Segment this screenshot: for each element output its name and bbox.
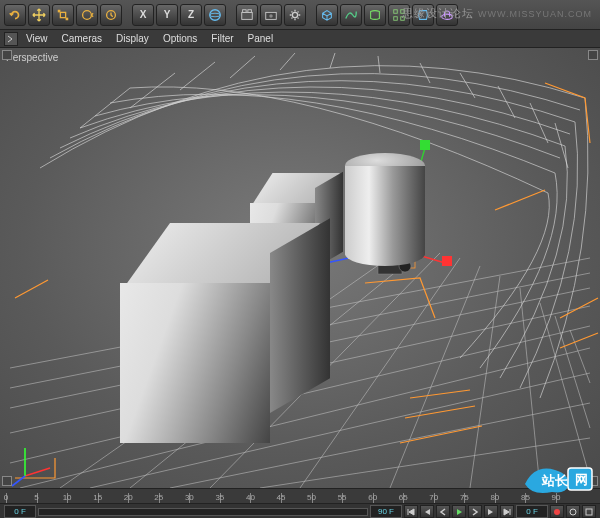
svg-line-18 bbox=[25, 468, 50, 476]
prev-key-button[interactable] bbox=[420, 505, 434, 518]
goto-start-button[interactable] bbox=[404, 505, 418, 518]
tick-label: 0 bbox=[4, 493, 8, 502]
keyframe-options[interactable] bbox=[582, 505, 596, 518]
timeline: 051015202530354045505560657075808590 0 F… bbox=[0, 488, 600, 518]
svg-text:站长: 站长 bbox=[541, 473, 569, 488]
goto-end-button[interactable] bbox=[500, 505, 514, 518]
tick-label: 60 bbox=[368, 493, 377, 502]
autokey-button[interactable] bbox=[566, 505, 580, 518]
x-axis-lock[interactable]: X bbox=[132, 4, 154, 26]
menu-display[interactable]: Display bbox=[110, 31, 155, 46]
viewport-menubar: View Cameras Display Options Filter Pane… bbox=[0, 30, 600, 48]
perspective-viewport[interactable]: Perspective bbox=[0, 48, 600, 488]
svg-point-3 bbox=[83, 10, 92, 19]
tick-label: 50 bbox=[307, 493, 316, 502]
cylinder-primitive bbox=[345, 153, 425, 273]
start-frame-input[interactable]: 0 F bbox=[4, 505, 36, 518]
rotate-tool[interactable] bbox=[76, 4, 98, 26]
svg-line-20 bbox=[12, 476, 25, 486]
watermark: 思缘设计论坛 WWW.MISSYUAN.COM bbox=[402, 6, 592, 21]
tick-label: 45 bbox=[277, 493, 286, 502]
tick-label: 75 bbox=[460, 493, 469, 502]
menu-options[interactable]: Options bbox=[157, 31, 203, 46]
svg-point-11 bbox=[269, 14, 273, 18]
tick-label: 15 bbox=[93, 493, 102, 502]
svg-rect-24 bbox=[420, 140, 430, 150]
tick-label: 10 bbox=[63, 493, 72, 502]
next-frame-button[interactable] bbox=[468, 505, 482, 518]
tick-label: 35 bbox=[215, 493, 224, 502]
record-button[interactable] bbox=[550, 505, 564, 518]
tick-label: 70 bbox=[429, 493, 438, 502]
y-axis-lock[interactable]: Y bbox=[156, 4, 178, 26]
svg-rect-26 bbox=[442, 256, 452, 266]
viewport-handle-tr[interactable] bbox=[588, 50, 598, 60]
end-frame-input[interactable]: 90 F bbox=[370, 505, 402, 518]
svg-point-31 bbox=[554, 509, 560, 515]
viewport-label: Perspective bbox=[6, 52, 58, 63]
add-nurbs[interactable] bbox=[364, 4, 386, 26]
render-settings[interactable] bbox=[284, 4, 306, 26]
recent-tool[interactable] bbox=[100, 4, 122, 26]
scale-tool[interactable] bbox=[52, 4, 74, 26]
move-tool[interactable] bbox=[28, 4, 50, 26]
svg-rect-8 bbox=[243, 9, 247, 12]
render-region[interactable] bbox=[260, 4, 282, 26]
tick-label: 40 bbox=[246, 493, 255, 502]
coord-system[interactable] bbox=[204, 4, 226, 26]
svg-point-12 bbox=[292, 12, 297, 17]
svg-rect-9 bbox=[248, 9, 252, 12]
render-view[interactable] bbox=[236, 4, 258, 26]
svg-rect-7 bbox=[242, 12, 253, 19]
menu-cameras[interactable]: Cameras bbox=[56, 31, 109, 46]
viewport-handle-bl[interactable] bbox=[2, 476, 12, 486]
scene-3d bbox=[0, 48, 600, 488]
current-frame-input[interactable]: 0 F bbox=[516, 505, 548, 518]
svg-rect-1 bbox=[58, 9, 61, 12]
svg-text:网: 网 bbox=[575, 472, 588, 487]
timeline-ruler[interactable]: 051015202530354045505560657075808590 bbox=[0, 489, 600, 504]
z-axis-lock[interactable]: Z bbox=[180, 4, 202, 26]
timeline-slider[interactable] bbox=[38, 508, 368, 516]
tick-label: 55 bbox=[338, 493, 347, 502]
viewport-handle-tl[interactable] bbox=[2, 50, 12, 60]
tick-label: 30 bbox=[185, 493, 194, 502]
play-button[interactable] bbox=[452, 505, 466, 518]
menu-filter[interactable]: Filter bbox=[205, 31, 239, 46]
cube-primitive-large bbox=[120, 223, 320, 443]
tick-label: 25 bbox=[154, 493, 163, 502]
prev-frame-button[interactable] bbox=[436, 505, 450, 518]
svg-rect-33 bbox=[586, 509, 592, 515]
main-toolbar: X Y Z 思缘设计论坛 WWW.MISSYUAN.COM bbox=[0, 0, 600, 30]
svg-point-6 bbox=[210, 13, 221, 17]
tick-label: 5 bbox=[34, 493, 38, 502]
next-key-button[interactable] bbox=[484, 505, 498, 518]
tick-label: 20 bbox=[124, 493, 133, 502]
undo-tool[interactable] bbox=[4, 4, 26, 26]
svg-rect-13 bbox=[394, 9, 398, 13]
menu-collapse-icon[interactable] bbox=[4, 32, 18, 46]
add-primitive[interactable] bbox=[316, 4, 338, 26]
tick-label: 65 bbox=[399, 493, 408, 502]
tick-label: 80 bbox=[490, 493, 499, 502]
menu-panel[interactable]: Panel bbox=[242, 31, 280, 46]
svg-point-5 bbox=[210, 9, 221, 20]
menu-view[interactable]: View bbox=[20, 31, 54, 46]
svg-rect-2 bbox=[66, 17, 69, 20]
svg-point-32 bbox=[570, 509, 576, 515]
add-spline[interactable] bbox=[340, 4, 362, 26]
svg-rect-15 bbox=[394, 16, 398, 20]
timeline-controls: 0 F 90 F 0 F bbox=[0, 504, 600, 518]
site-logo: 站长 网 bbox=[520, 456, 598, 498]
svg-rect-0 bbox=[60, 12, 65, 17]
